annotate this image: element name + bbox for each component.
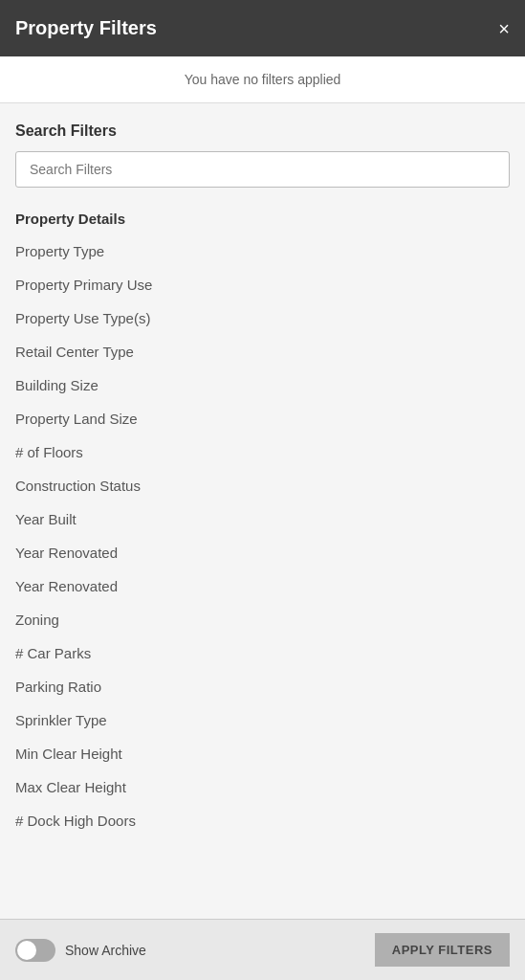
filter-item[interactable]: Year Renovated <box>15 536 510 569</box>
property-details-heading: Property Details <box>15 211 510 227</box>
filter-item[interactable]: Property Use Type(s) <box>15 301 510 335</box>
filter-item[interactable]: Property Primary Use <box>15 268 510 301</box>
filter-item[interactable]: Property Land Size <box>15 402 510 435</box>
filter-item[interactable]: Property Type <box>15 234 510 268</box>
toggle-container: Show Archive <box>15 939 146 962</box>
toggle-label: Show Archive <box>65 943 146 958</box>
filter-item[interactable]: # Car Parks <box>15 636 510 670</box>
panel-title: Property Filters <box>15 17 157 39</box>
filter-item[interactable]: Max Clear Height <box>15 770 510 804</box>
panel-footer: Show Archive APPLY FILTERS <box>0 919 525 980</box>
no-filters-message: You have no filters applied <box>185 72 341 87</box>
filter-list-section: Property Details Property TypeProperty P… <box>0 197 525 919</box>
property-filters-panel: Property Filters × You have no filters a… <box>0 0 525 980</box>
toggle-knob <box>17 941 36 960</box>
filter-item[interactable]: Building Size <box>15 368 510 402</box>
close-button[interactable]: × <box>498 19 510 38</box>
filter-item[interactable]: Year Built <box>15 502 510 536</box>
filter-items-list: Property TypeProperty Primary UsePropert… <box>15 234 510 837</box>
filter-item[interactable]: Parking Ratio <box>15 670 510 703</box>
filter-item[interactable]: Min Clear Height <box>15 737 510 770</box>
filter-item[interactable]: Zoning <box>15 603 510 636</box>
search-section-label: Search Filters <box>15 122 510 140</box>
filter-item[interactable]: Retail Center Type <box>15 335 510 368</box>
filter-item[interactable]: Construction Status <box>15 469 510 502</box>
show-archive-toggle[interactable] <box>15 939 55 962</box>
search-section: Search Filters <box>0 103 525 197</box>
search-input[interactable] <box>15 151 510 188</box>
filter-item[interactable]: # of Floors <box>15 435 510 469</box>
no-filters-bar: You have no filters applied <box>0 56 525 103</box>
panel-header: Property Filters × <box>0 0 525 56</box>
filter-item[interactable]: # Dock High Doors <box>15 804 510 837</box>
filter-item[interactable]: Sprinkler Type <box>15 703 510 737</box>
filter-item[interactable]: Year Renovated <box>15 569 510 603</box>
apply-filters-button[interactable]: APPLY FILTERS <box>375 933 510 967</box>
